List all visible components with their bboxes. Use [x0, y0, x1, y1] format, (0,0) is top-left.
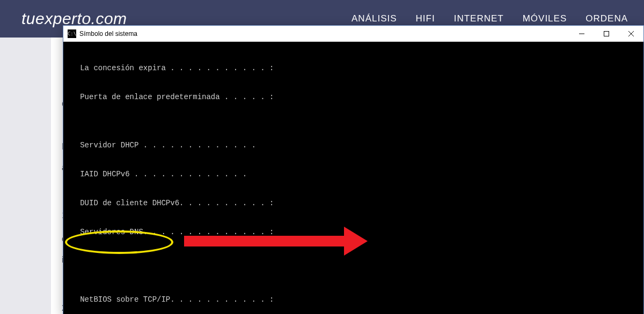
nav-ordena[interactable]: ORDENA [586, 13, 628, 24]
annotation-ellipse [65, 230, 173, 254]
minimize-button[interactable] [569, 26, 594, 41]
svg-rect-1 [604, 31, 609, 36]
nav-internet[interactable]: INTERNET [454, 13, 504, 24]
arrow-head-icon [344, 227, 368, 256]
site-nav: ANÁLISIS HIFI INTERNET MÓVILES ORDENA [352, 13, 628, 24]
nav-hifi[interactable]: HIFI [416, 13, 435, 24]
minimize-icon [579, 31, 584, 36]
cmd-window: C:\ Símbolo del sistema La concesión exp… [63, 25, 644, 314]
titlebar-controls [569, 26, 643, 41]
redaction-block [248, 165, 324, 193]
annotation-arrow [184, 232, 211, 271]
maximize-button[interactable] [594, 26, 619, 41]
nav-moviles[interactable]: MÓVILES [523, 13, 567, 24]
cmd-icon: C:\ [68, 29, 76, 38]
cmd-title: Símbolo del sistema [79, 30, 137, 38]
cmd-titlebar[interactable]: C:\ Símbolo del sistema [63, 26, 643, 42]
maximize-icon [604, 31, 609, 36]
redaction-block [279, 207, 547, 290]
nav-analisis[interactable]: ANÁLISIS [352, 13, 397, 24]
close-button[interactable] [619, 26, 643, 41]
term-line: La concesión expira . . . . . . . . . . … [67, 63, 640, 73]
close-icon [628, 31, 634, 36]
terminal-body[interactable]: La concesión expira . . . . . . . . . . … [63, 42, 643, 314]
term-line: NetBIOS sobre TCP/IP. . . . . . . . . . … [67, 295, 640, 304]
arrow-body [184, 236, 350, 246]
